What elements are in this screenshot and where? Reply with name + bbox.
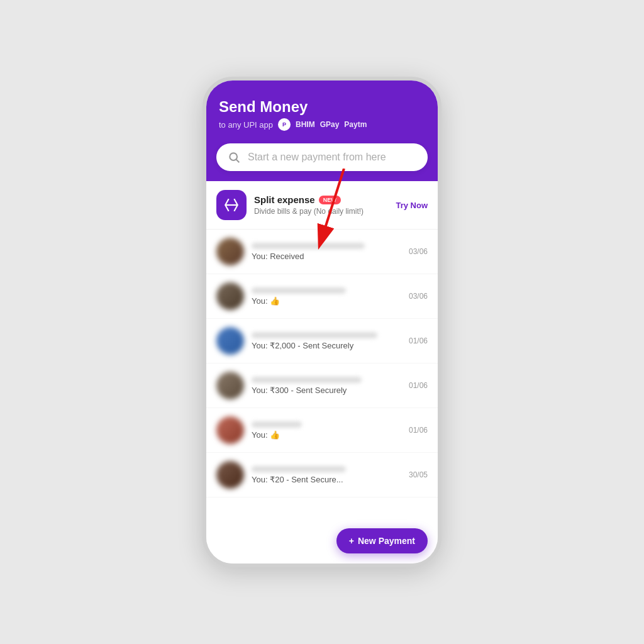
subtitle-text: to any UPI app bbox=[219, 120, 273, 130]
avatar bbox=[216, 238, 244, 265]
page-title: Send Money bbox=[219, 98, 425, 116]
transaction-date: 01/06 bbox=[409, 336, 428, 345]
transaction-info: You: ₹20 - Sent Secure... bbox=[252, 466, 401, 484]
contact-name-blurred bbox=[252, 332, 377, 338]
transaction-date: 03/06 bbox=[409, 292, 428, 301]
transaction-status: You: ₹2,000 - Sent Securely bbox=[252, 341, 401, 350]
transaction-status: You: Received bbox=[252, 252, 401, 261]
bhim-brand: BHIM bbox=[296, 120, 315, 129]
contact-name-blurred bbox=[252, 466, 346, 472]
transaction-status: You: 👍 bbox=[252, 296, 401, 306]
split-subtitle: Divide bills & pay (No daily limit!) bbox=[254, 207, 388, 216]
new-payment-icon: + bbox=[349, 536, 354, 546]
split-expense-item[interactable]: Split expense NEW Divide bills & pay (No… bbox=[206, 181, 438, 230]
paytm-brand: Paytm bbox=[344, 120, 367, 129]
transaction-status: You: ₹300 - Sent Securely bbox=[252, 386, 401, 395]
avatar bbox=[216, 416, 244, 444]
svg-point-2 bbox=[230, 153, 237, 160]
transaction-status: You: ₹20 - Sent Secure... bbox=[252, 475, 401, 484]
search-placeholder-text: Start a new payment from here bbox=[248, 152, 416, 163]
transaction-list: You: Received 03/06 You: 👍 03/06 You: ₹2… bbox=[206, 230, 438, 497]
avatar bbox=[216, 327, 244, 355]
new-payment-button[interactable]: + New Payment bbox=[336, 528, 428, 553]
try-now-button[interactable]: Try Now bbox=[396, 201, 428, 210]
transaction-info: You: ₹2,000 - Sent Securely bbox=[252, 332, 401, 350]
avatar bbox=[216, 461, 244, 489]
header: Send Money to any UPI app P BHIM GPay Pa… bbox=[206, 80, 438, 143]
transaction-info: You: ₹300 - Sent Securely bbox=[252, 377, 401, 395]
svg-line-3 bbox=[236, 160, 240, 163]
split-title-row: Split expense NEW bbox=[254, 194, 388, 205]
table-row[interactable]: You: ₹300 - Sent Securely 01/06 bbox=[206, 364, 438, 408]
split-expense-info: Split expense NEW Divide bills & pay (No… bbox=[254, 194, 388, 216]
phonepe-icon: P bbox=[278, 118, 291, 131]
table-row[interactable]: You: 👍 03/06 bbox=[206, 274, 438, 319]
avatar bbox=[216, 372, 244, 399]
contact-name-blurred bbox=[252, 377, 362, 383]
transaction-info: You: 👍 bbox=[252, 421, 401, 440]
contact-name-blurred bbox=[252, 421, 302, 428]
transaction-date: 01/06 bbox=[409, 426, 428, 435]
split-expense-icon bbox=[216, 190, 247, 220]
gpay-brand: GPay bbox=[320, 120, 340, 129]
search-icon bbox=[228, 151, 240, 164]
table-row[interactable]: You: 👍 01/06 bbox=[206, 408, 438, 453]
main-content: Split expense NEW Divide bills & pay (No… bbox=[206, 181, 438, 564]
subtitle-row: to any UPI app P BHIM GPay Paytm bbox=[219, 118, 425, 131]
avatar bbox=[216, 282, 244, 310]
phone-frame: Send Money to any UPI app P BHIM GPay Pa… bbox=[203, 77, 441, 567]
table-row[interactable]: You: ₹2,000 - Sent Securely 01/06 bbox=[206, 319, 438, 364]
transaction-date: 03/06 bbox=[409, 247, 428, 256]
table-row[interactable]: You: Received 03/06 bbox=[206, 230, 438, 274]
new-payment-label: New Payment bbox=[358, 536, 415, 546]
contact-name-blurred bbox=[252, 287, 346, 294]
split-title: Split expense bbox=[254, 194, 315, 205]
transaction-date: 01/06 bbox=[409, 381, 428, 390]
transaction-info: You: 👍 bbox=[252, 287, 401, 306]
transaction-info: You: Received bbox=[252, 243, 401, 261]
new-badge: NEW bbox=[319, 196, 341, 204]
search-bar[interactable]: Start a new payment from here bbox=[216, 143, 428, 171]
contact-name-blurred bbox=[252, 243, 365, 249]
transaction-date: 30/05 bbox=[409, 470, 428, 479]
transaction-status: You: 👍 bbox=[252, 430, 401, 440]
search-container: Start a new payment from here bbox=[206, 143, 438, 181]
table-row[interactable]: You: ₹20 - Sent Secure... 30/05 bbox=[206, 453, 438, 497]
